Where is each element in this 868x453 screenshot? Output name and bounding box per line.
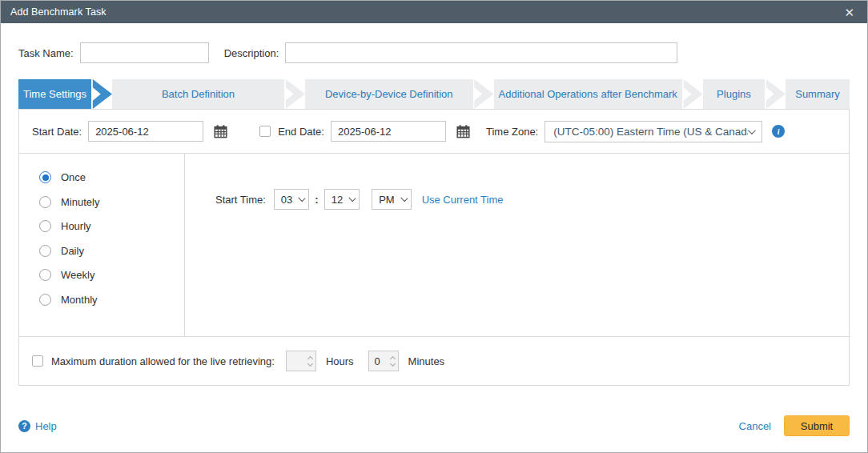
help-label: Help: [35, 420, 57, 432]
spinner-arrows-icon[interactable]: [308, 357, 312, 366]
chevron-down-icon: [299, 194, 306, 202]
calendar-icon[interactable]: [456, 125, 470, 138]
description-input[interactable]: [285, 42, 677, 63]
radio-once-label: Once: [61, 171, 86, 183]
radio-hourly[interactable]: Hourly: [39, 219, 184, 233]
help-icon: ?: [18, 420, 30, 432]
time-settings-panel: Start Date: End Date:: [18, 109, 850, 386]
meridiem-select[interactable]: PM: [372, 189, 412, 210]
tab-plugins[interactable]: Plugins: [703, 79, 765, 109]
radio-monthly[interactable]: Monthly: [39, 293, 184, 307]
tab-arrow-icon: [682, 79, 703, 109]
chevron-down-icon: [348, 194, 356, 202]
start-date-input[interactable]: [88, 121, 203, 142]
radio-button-icon: [39, 294, 51, 306]
hours-spinner[interactable]: [286, 351, 316, 371]
minute-select[interactable]: 12: [324, 189, 360, 210]
start-date-label: Start Date:: [32, 126, 82, 138]
schedule-section: Once Minutely Hourly Daily Weekly: [19, 154, 849, 337]
submit-button[interactable]: Submit: [784, 415, 850, 436]
recurrence-options: Once Minutely Hourly Daily Weekly: [19, 154, 185, 336]
tab-arrow-icon: [765, 79, 786, 109]
radio-monthly-label: Monthly: [61, 294, 98, 306]
description-label: Description:: [224, 47, 279, 59]
radio-button-icon: [39, 171, 51, 183]
use-current-time-link[interactable]: Use Current Time: [422, 194, 504, 206]
spinner-arrows-icon[interactable]: [391, 357, 395, 366]
tab-batch-definition[interactable]: Batch Definition: [112, 79, 284, 109]
info-icon[interactable]: i: [772, 125, 785, 138]
radio-weekly[interactable]: Weekly: [39, 268, 184, 282]
hours-unit-label: Hours: [326, 355, 354, 367]
radio-hourly-label: Hourly: [61, 220, 91, 232]
radio-minutely[interactable]: Minutely: [39, 195, 184, 209]
time-zone-value: (UTC-05:00) Eastern Time (US & Canada): [553, 126, 748, 138]
end-date-input[interactable]: [331, 121, 446, 142]
time-zone-label: Time Zone:: [486, 126, 538, 138]
cancel-button[interactable]: Cancel: [739, 420, 771, 432]
time-colon: :: [315, 194, 318, 206]
meridiem-value: PM: [379, 194, 395, 206]
task-name-row: Task Name: Description:: [18, 42, 850, 63]
end-date-checkbox[interactable]: [259, 126, 271, 137]
dialog-footer: ? Help Cancel Submit: [1, 404, 867, 452]
minutes-spinner[interactable]: 0: [368, 351, 399, 371]
tab-device-by-device-definition[interactable]: Device-by-Device Definition: [305, 79, 473, 109]
chevron-down-icon: [400, 194, 408, 202]
hour-value: 03: [281, 194, 292, 206]
radio-button-icon: [39, 245, 51, 257]
max-duration-row: Maximum duration allowed for the live re…: [19, 337, 849, 385]
hour-select[interactable]: 03: [274, 189, 309, 210]
close-icon[interactable]: ✕: [841, 5, 858, 20]
start-time-label: Start Time:: [215, 194, 266, 206]
minutes-spinner-value: 0: [375, 355, 391, 367]
max-duration-checkbox[interactable]: [32, 355, 43, 367]
radio-button-icon: [39, 269, 51, 281]
tab-arrow-icon: [473, 79, 494, 109]
calendar-icon[interactable]: [214, 125, 227, 138]
dialog-title: Add Benchmark Task: [10, 6, 106, 18]
wizard-tabs: Time Settings Batch Definition Device-by…: [18, 79, 850, 109]
radio-button-icon: [39, 220, 51, 232]
max-duration-label: Maximum duration allowed for the live re…: [51, 355, 275, 367]
radio-once[interactable]: Once: [39, 170, 184, 184]
add-benchmark-task-dialog: Add Benchmark Task ✕ Task Name: Descript…: [0, 0, 868, 453]
tab-summary[interactable]: Summary: [786, 79, 850, 109]
tab-additional-operations[interactable]: Additional Operations after Benchmark: [494, 79, 682, 109]
radio-minutely-label: Minutely: [61, 196, 99, 208]
start-time-panel: Start Time: 03 : 12 PM Use Current Time: [185, 154, 849, 336]
help-link[interactable]: ? Help: [18, 420, 57, 432]
task-name-label: Task Name:: [18, 47, 74, 59]
radio-daily[interactable]: Daily: [39, 244, 184, 258]
time-zone-select[interactable]: (UTC-05:00) Eastern Time (US & Canada): [545, 121, 762, 142]
tab-arrow-icon: [284, 79, 305, 109]
end-date-label: End Date:: [278, 126, 324, 138]
task-name-input[interactable]: [80, 42, 209, 63]
radio-weekly-label: Weekly: [61, 269, 94, 281]
date-row: Start Date: End Date:: [19, 110, 849, 154]
dialog-titlebar: Add Benchmark Task ✕: [1, 1, 867, 23]
minutes-unit-label: Minutes: [408, 355, 445, 367]
tab-time-settings[interactable]: Time Settings: [18, 79, 91, 109]
radio-button-icon: [39, 196, 51, 208]
radio-daily-label: Daily: [61, 245, 84, 257]
minute-value: 12: [332, 194, 343, 206]
tab-arrow-icon: [91, 79, 112, 109]
chevron-down-icon: [748, 126, 756, 134]
